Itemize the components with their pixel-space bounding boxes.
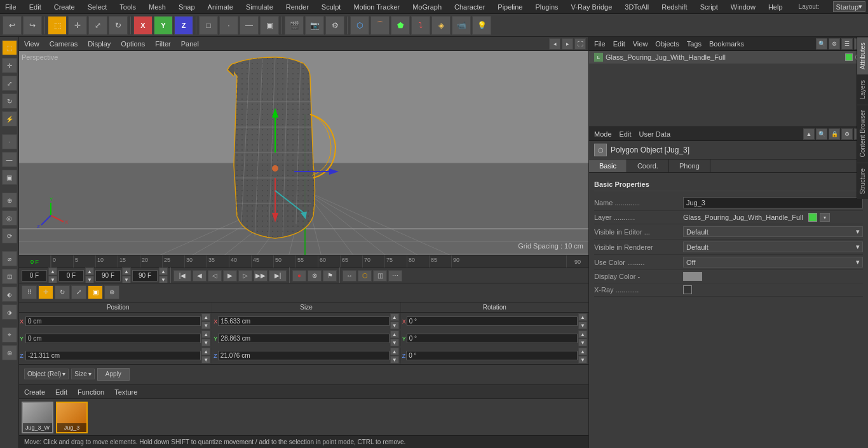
right-menu-view[interactable]: View: [630, 39, 651, 49]
sidebar-bridge[interactable]: ⬖: [2, 287, 17, 302]
vp-menu-cameras[interactable]: Cameras: [47, 39, 81, 49]
size-y-field[interactable]: [218, 334, 389, 343]
sidebar-tool5[interactable]: ⚡: [2, 111, 17, 126]
size-x-up[interactable]: ▲: [390, 313, 399, 321]
vp-btn-object[interactable]: ▣: [88, 285, 103, 299]
edge-mode-button[interactable]: —: [240, 16, 259, 35]
size-x-field[interactable]: [218, 316, 389, 326]
sidebar-snap[interactable]: ⌖: [2, 327, 17, 343]
menu-vray[interactable]: V-Ray Bridge: [569, 2, 615, 12]
cube-tool-button[interactable]: ⬡: [350, 16, 369, 35]
sidebar-rotate[interactable]: ↻: [2, 93, 17, 109]
rot-y-field[interactable]: [407, 334, 578, 343]
coord-space-dropdown[interactable]: Size ▾: [71, 369, 94, 379]
sidebar-loop[interactable]: ⊡: [2, 269, 17, 284]
size-z-down[interactable]: ▼: [390, 356, 399, 363]
right-menu-file[interactable]: File: [592, 39, 608, 49]
sidebar-edge-mode[interactable]: —: [2, 152, 17, 167]
mat-menu-create[interactable]: Create: [22, 387, 48, 397]
rotate-tool-button[interactable]: ↻: [109, 16, 128, 35]
attr-icon-settings[interactable]: ⚙: [841, 128, 853, 140]
next-frame-button[interactable]: ▷: [238, 270, 252, 282]
vp-icon-arrow-left[interactable]: ◂: [549, 38, 560, 50]
attr-menu-userdata[interactable]: User Data: [637, 129, 674, 139]
vp-menu-options[interactable]: Options: [118, 39, 147, 49]
poly-mode-button[interactable]: ▣: [260, 16, 279, 35]
mat-menu-edit[interactable]: Edit: [53, 387, 70, 397]
vp-btn-scale[interactable]: ⤢: [71, 285, 86, 299]
menu-plugins[interactable]: Plugins: [532, 2, 560, 12]
right-menu-objects[interactable]: Objects: [653, 39, 681, 49]
pos-z-up[interactable]: ▲: [201, 348, 210, 355]
rot-x-up[interactable]: ▲: [578, 313, 587, 321]
sidebar-sculpt2[interactable]: ◎: [2, 210, 17, 226]
menu-render[interactable]: Render: [283, 2, 311, 12]
coord-mode-dropdown[interactable]: Object (Rel) ▾: [24, 369, 69, 379]
camera-tool-button[interactable]: 📹: [452, 16, 471, 35]
z-axis-button[interactable]: Z: [174, 16, 193, 35]
side-tab-layers[interactable]: Layers: [857, 74, 868, 104]
scale-tool-button[interactable]: ⤢: [88, 16, 107, 35]
pos-x-field[interactable]: [25, 316, 201, 326]
frame-end-up[interactable]: ▲: [122, 268, 131, 275]
pos-x-down[interactable]: ▼: [201, 322, 210, 329]
visible-renderer-dropdown[interactable]: Default ▾: [683, 241, 863, 252]
visible-editor-dropdown[interactable]: Default ▾: [683, 226, 863, 237]
vp-btn-move[interactable]: ✛: [38, 285, 53, 299]
menu-mesh[interactable]: Mesh: [146, 2, 168, 12]
scene-tool-button[interactable]: ◈: [431, 16, 451, 35]
auto-key-button[interactable]: ⚑: [323, 270, 337, 282]
sidebar-sculpt1[interactable]: ⊕: [2, 193, 17, 208]
prev-play-button[interactable]: ◁: [208, 270, 222, 282]
redo-button[interactable]: ↪: [23, 16, 42, 35]
rot-y-up[interactable]: ▲: [578, 330, 587, 338]
sidebar-scale[interactable]: ⤢: [2, 76, 17, 91]
object-mode-button[interactable]: □: [199, 16, 218, 35]
size-z-field[interactable]: [218, 351, 390, 360]
right-icon-search[interactable]: 🔍: [816, 38, 827, 50]
light-tool-button[interactable]: 💡: [472, 16, 491, 35]
stop-button[interactable]: ▶▶: [254, 270, 268, 282]
menu-sculpt[interactable]: Sculpt: [319, 2, 344, 12]
layer-select-button[interactable]: ▾: [820, 213, 830, 222]
menu-motion-tracker[interactable]: Motion Tracker: [351, 2, 402, 12]
rot-y-down[interactable]: ▼: [578, 339, 587, 346]
menu-window[interactable]: Window: [728, 2, 758, 12]
rot-z-up[interactable]: ▲: [578, 348, 587, 355]
attr-icon-search[interactable]: 🔍: [816, 128, 827, 140]
menu-create[interactable]: Create: [51, 2, 78, 12]
motion-mode-button[interactable]: ⋯: [388, 270, 402, 282]
material-thumb-1[interactable]: Jug_3_W: [22, 402, 53, 433]
sidebar-paint[interactable]: ⊛: [2, 345, 17, 360]
nurbs-tool-button[interactable]: ⬟: [391, 16, 410, 35]
size-y-up[interactable]: ▲: [390, 330, 399, 338]
goto-first-frame-button[interactable]: |◀: [173, 270, 191, 282]
sidebar-knife[interactable]: ⌀: [2, 251, 17, 266]
undo-button[interactable]: ↩: [3, 16, 22, 35]
sidebar-poly-mode[interactable]: ▣: [2, 170, 17, 185]
sidebar-live-select[interactable]: ⬚: [2, 40, 17, 55]
right-menu-bookmarks[interactable]: Bookmarks: [707, 39, 747, 49]
mat-menu-texture[interactable]: Texture: [112, 387, 140, 397]
right-menu-tags[interactable]: Tags: [684, 39, 704, 49]
xray-checkbox[interactable]: [683, 285, 692, 294]
attr-icon-1[interactable]: ▲: [803, 128, 815, 140]
side-tab-structure[interactable]: Structure: [857, 163, 868, 200]
pos-y-down[interactable]: ▼: [201, 339, 210, 346]
attr-menu-edit[interactable]: Edit: [617, 129, 634, 139]
size-y-down[interactable]: ▼: [390, 339, 399, 346]
menu-redshift[interactable]: Redshift: [659, 2, 689, 12]
sidebar-point-mode[interactable]: ·: [2, 134, 17, 149]
vp-icon-arrow-right[interactable]: ▸: [562, 38, 573, 50]
frame-preview-up[interactable]: ▲: [159, 268, 168, 275]
move-tool-button[interactable]: ✛: [68, 16, 87, 35]
spline-tool-button[interactable]: ⌒: [370, 16, 390, 35]
move-keys-button[interactable]: ↔: [342, 270, 356, 282]
sidebar-move[interactable]: ✛: [2, 58, 17, 73]
menu-select[interactable]: Select: [85, 2, 110, 12]
menu-character[interactable]: Character: [452, 2, 487, 12]
anim-mode-button[interactable]: ◫: [373, 270, 387, 282]
attr-icon-lock[interactable]: 🔒: [829, 128, 840, 140]
vp-menu-view[interactable]: View: [22, 39, 42, 49]
apply-button[interactable]: Apply: [97, 368, 130, 381]
